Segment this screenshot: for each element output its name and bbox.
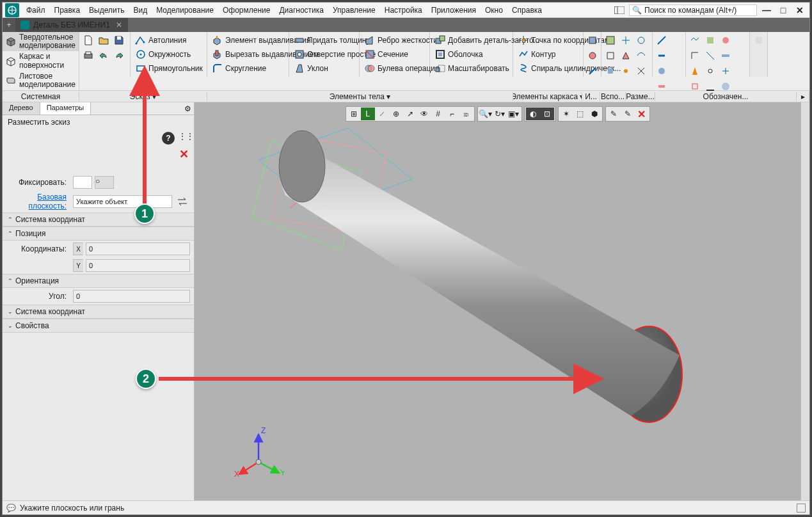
- tab-tree[interactable]: Дерево: [3, 102, 40, 115]
- new-tab-button[interactable]: +: [3, 18, 15, 32]
- cmd-draft[interactable]: Уклон: [291, 61, 357, 76]
- section-props[interactable]: Свойства: [3, 319, 194, 333]
- tool-icon[interactable]: [655, 49, 669, 63]
- tool-icon[interactable]: [619, 64, 633, 78]
- vp-shade-icon[interactable]: ◐: [526, 107, 540, 120]
- redo-icon[interactable]: [112, 49, 126, 63]
- menu-design[interactable]: Оформление: [218, 3, 275, 17]
- tab-close-icon[interactable]: ✕: [114, 20, 124, 29]
- cmd-cut[interactable]: Вырезать выдавливанием: [209, 47, 287, 61]
- tool-icon[interactable]: [619, 33, 633, 47]
- tab-params[interactable]: Параметры: [40, 102, 92, 115]
- tool-icon[interactable]: [585, 33, 599, 47]
- cmd-circle[interactable]: Окружность: [132, 47, 205, 61]
- tool-icon[interactable]: [619, 49, 633, 63]
- angle-input[interactable]: [73, 290, 190, 303]
- tool-icon[interactable]: [634, 49, 648, 63]
- new-file-icon[interactable]: [81, 33, 95, 47]
- ribbon-collapse-icon[interactable]: ▸: [797, 92, 809, 101]
- ribbon-label[interactable]: Системная: [3, 92, 79, 101]
- document-tab[interactable]: Деталь БЕЗ ИМЕНИ1 ✕: [15, 18, 128, 32]
- label-baseplane[interactable]: Базовая плоскость:: [6, 193, 70, 211]
- tool-icon[interactable]: [585, 49, 599, 63]
- scrollbar-v[interactable]: [800, 102, 809, 500]
- cmd-fillet[interactable]: Скругление: [209, 61, 287, 76]
- vp-view-icon[interactable]: ▣▾: [507, 107, 521, 120]
- baseplane-input[interactable]: [73, 195, 172, 208]
- minimize-button[interactable]: —: [760, 4, 774, 17]
- cmd-thicken[interactable]: Придать толщину: [291, 33, 357, 47]
- tool-icon[interactable]: [719, 49, 733, 63]
- tool-icon[interactable]: [634, 33, 648, 47]
- tool-icon[interactable]: [688, 49, 702, 63]
- cmd-helix[interactable]: Спираль цилиндрическ...: [515, 61, 581, 76]
- panel-close-icon[interactable]: ✕: [3, 147, 194, 161]
- cmd-shell[interactable]: Оболочка: [432, 47, 511, 61]
- menu-apps[interactable]: Приложения: [427, 3, 481, 17]
- vp-tool-icon[interactable]: ⊕: [389, 107, 403, 120]
- vp-wire-icon[interactable]: ⊡: [540, 107, 554, 120]
- fix-on-button[interactable]: ○: [95, 176, 114, 189]
- tool-icon[interactable]: [603, 33, 617, 47]
- menu-setup[interactable]: Настройка: [380, 3, 427, 17]
- vp-tool-icon[interactable]: ⌐: [445, 107, 459, 120]
- status-btn[interactable]: [797, 504, 806, 513]
- command-search[interactable]: 🔍Поиск по командам (Alt+/): [629, 4, 757, 16]
- vp-tool-icon[interactable]: ✎: [607, 107, 621, 120]
- maximize-button[interactable]: □: [776, 4, 790, 17]
- open-file-icon[interactable]: [97, 33, 111, 47]
- gear-icon[interactable]: ⚙: [181, 102, 194, 115]
- tool-icon[interactable]: [688, 64, 702, 78]
- tool-icon[interactable]: [703, 64, 717, 78]
- cmd-section[interactable]: Сечение: [362, 47, 427, 61]
- undo-icon[interactable]: [97, 49, 111, 63]
- print-icon[interactable]: [81, 49, 95, 63]
- cmd-boolean[interactable]: Булева операция: [362, 61, 427, 76]
- tool-icon[interactable]: [719, 33, 733, 47]
- tool-icon[interactable]: [752, 33, 765, 47]
- vp-zoom-icon[interactable]: 🔍▾: [479, 107, 493, 120]
- orientation-triad[interactable]: Z Y X: [233, 427, 284, 478]
- y-input[interactable]: [86, 259, 190, 272]
- section-cs[interactable]: Система координат: [3, 212, 194, 227]
- cmd-rib[interactable]: Ребро жесткости: [362, 33, 427, 47]
- ribbon-label[interactable]: Элементы каркаса ▾: [513, 92, 582, 101]
- help-icon[interactable]: ?: [162, 132, 175, 145]
- vp-tool-icon[interactable]: ⟋: [375, 107, 389, 120]
- section-pos[interactable]: Позиция: [3, 227, 194, 241]
- tool-icon[interactable]: [603, 49, 617, 63]
- section-orient[interactable]: Ориентация: [3, 274, 194, 288]
- layout-icon[interactable]: [612, 4, 626, 17]
- vp-sketch-icon[interactable]: L: [361, 107, 375, 120]
- ribbon-label[interactable]: Эскиз ▾: [79, 92, 207, 101]
- cmd-contour[interactable]: Контур: [515, 47, 581, 61]
- cmd-addpart[interactable]: Добавить деталь-загото...: [432, 33, 511, 47]
- cmd-hole[interactable]: Отверстие простое: [291, 47, 357, 61]
- cmd-extrude[interactable]: Элемент выдавливания: [209, 33, 287, 47]
- cmd-scale[interactable]: Масштабировать: [432, 61, 511, 76]
- section-cs2[interactable]: Система координат: [3, 305, 194, 319]
- panel-menu-icon[interactable]: ⋮⋮: [179, 132, 191, 145]
- mode-wireframe[interactable]: Каркас и поверхности: [3, 51, 79, 70]
- tool-icon[interactable]: [688, 33, 702, 47]
- vp-orbit-icon[interactable]: ↻▾: [493, 107, 507, 120]
- tool-icon[interactable]: [655, 64, 669, 78]
- cmd-rectangle[interactable]: Прямоугольник: [132, 61, 205, 76]
- vp-tool-icon[interactable]: #: [431, 107, 445, 120]
- tool-icon[interactable]: [655, 33, 669, 47]
- fix-off-button[interactable]: [73, 176, 92, 189]
- tool-icon[interactable]: [703, 33, 717, 47]
- tool-icon[interactable]: [703, 49, 717, 63]
- menu-edit[interactable]: Правка: [50, 3, 85, 17]
- menu-window[interactable]: Окно: [481, 3, 507, 17]
- mode-sheet[interactable]: Листовое моделирование: [3, 71, 79, 90]
- swap-icon[interactable]: [175, 196, 190, 207]
- ribbon-label[interactable]: Вспо...: [600, 92, 626, 101]
- x-input[interactable]: [86, 243, 190, 255]
- ribbon-label[interactable]: Элементы тела ▾: [207, 92, 513, 101]
- menu-manage[interactable]: Управление: [328, 3, 380, 17]
- tool-icon[interactable]: [603, 64, 617, 78]
- cmd-point[interactable]: Точка по координатам: [515, 33, 581, 47]
- vp-tool-icon[interactable]: ⬚: [573, 107, 587, 120]
- tool-icon[interactable]: [585, 64, 599, 78]
